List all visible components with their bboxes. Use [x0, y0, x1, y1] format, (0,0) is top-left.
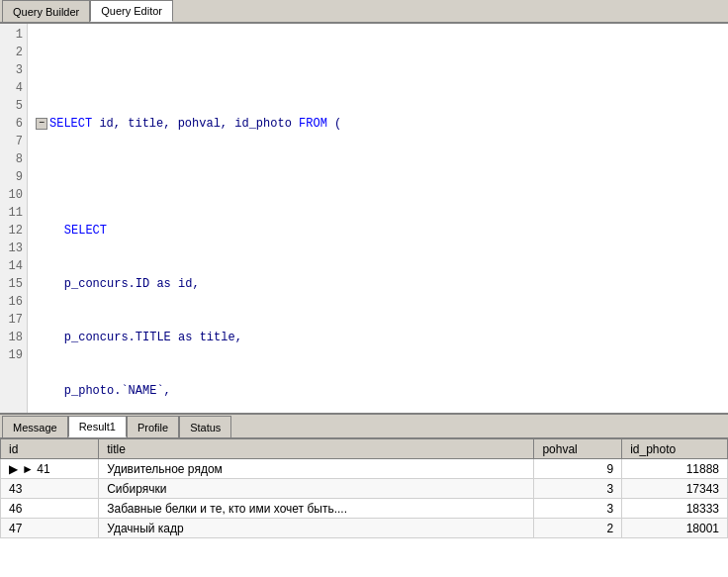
col-header-pohval: pohval — [534, 439, 622, 459]
cell-id: 43 — [1, 479, 99, 499]
editor-area[interactable]: 1 2 3 4 5 6 7 8 9 10 11 12 13 14 15 16 1… — [0, 24, 728, 415]
cell-pohval: 3 — [534, 479, 622, 499]
cell-id-photo: 18333 — [622, 499, 728, 519]
bottom-tab-bar: Message Result1 Profile Status — [0, 415, 728, 438]
cell-pohval: 3 — [534, 499, 622, 519]
top-tab-bar: Query Builder Query Editor — [0, 0, 728, 24]
results-table: id title pohval id_photo ► 41Удивительно… — [0, 438, 728, 538]
cell-title: Забавные белки и те, кто ими хочет быть.… — [99, 499, 534, 519]
tab-query-editor[interactable]: Query Editor — [90, 0, 173, 22]
cell-pohval: 9 — [534, 459, 622, 479]
tab-result1[interactable]: Result1 — [68, 416, 127, 437]
table-header-row: id title pohval id_photo — [1, 439, 728, 459]
line-numbers: 1 2 3 4 5 6 7 8 9 10 11 12 13 14 15 16 1… — [0, 24, 28, 415]
cell-title: Сибирячки — [99, 479, 534, 499]
cell-pohval: 2 — [534, 519, 622, 538]
col-header-id: id — [1, 439, 99, 459]
cell-id: 47 — [1, 519, 99, 538]
table-row: 46Забавные белки и те, кто ими хочет быт… — [1, 499, 728, 519]
code-area[interactable]: −SELECT id, title, pohval, id_photo FROM… — [28, 24, 728, 415]
tab-query-builder[interactable]: Query Builder — [2, 0, 90, 22]
editor-content: 1 2 3 4 5 6 7 8 9 10 11 12 13 14 15 16 1… — [0, 24, 728, 415]
table-row: 43Сибирячки317343 — [1, 479, 728, 499]
tab-status[interactable]: Status — [179, 416, 231, 437]
col-header-id-photo: id_photo — [622, 439, 728, 459]
table-row: 47Удачный кадр218001 — [1, 519, 728, 538]
table-row: ► 41Удивительное рядом911888 — [1, 459, 728, 479]
cell-title: Удивительное рядом — [99, 459, 534, 479]
cell-id: ► 41 — [1, 459, 99, 479]
main-container: Query Builder Query Editor 1 2 3 4 5 6 7… — [0, 0, 728, 577]
tab-message[interactable]: Message — [2, 416, 68, 437]
cell-id: 46 — [1, 499, 99, 519]
results-area: id title pohval id_photo ► 41Удивительно… — [0, 438, 728, 577]
collapse-btn[interactable]: − — [36, 118, 47, 130]
cell-id-photo: 18001 — [622, 519, 728, 538]
tab-profile[interactable]: Profile — [127, 416, 179, 437]
cell-id-photo: 17343 — [622, 479, 728, 499]
cell-title: Удачный кадр — [99, 519, 534, 538]
col-header-title: title — [99, 439, 534, 459]
cell-id-photo: 11888 — [622, 459, 728, 479]
